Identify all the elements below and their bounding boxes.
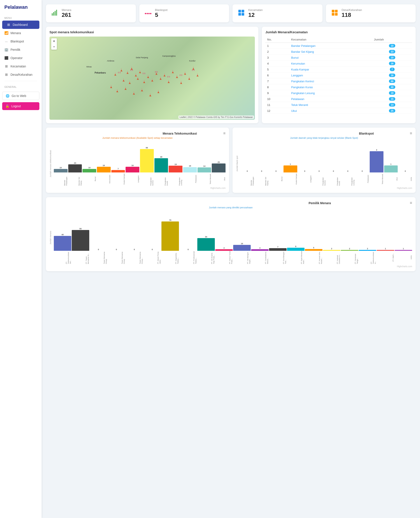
x-label: Pelalawan — [355, 172, 369, 186]
svg-rect-12 — [332, 10, 334, 12]
logout-icon: 🔓 — [6, 104, 9, 108]
sidebar-item-label: Desa/Kelurahan — [10, 73, 32, 76]
chart-pemilik-body: Jumlah menara 4056000079034416478522211 … — [49, 211, 412, 264]
menara-bars: 10231016716664019151425 — [54, 142, 225, 172]
bar — [287, 248, 305, 251]
bar — [169, 166, 182, 172]
sidebar: Pelalawan Menu ⊞ Dashboard 📶 Menara ··· … — [0, 0, 42, 518]
cell-no: 10 — [265, 96, 289, 102]
bar-group: 23 — [68, 161, 82, 172]
bar-value-label: 40 — [61, 233, 64, 236]
cell-jumlah: 25 — [372, 108, 412, 114]
map-container[interactable]: + − 🗼 🗼 🗼 🗼 🗼 🗼 🗼 🗼 🗼 🗼 🗼 🗼 — [49, 37, 255, 120]
goto-web-button[interactable]: 🌐 Go to Web — [2, 92, 39, 100]
cell-jumlah: 7 — [372, 67, 412, 72]
x-label: Tower Bersama Group — [108, 251, 125, 264]
cell-no: 7 — [265, 78, 289, 84]
stat-blankspot-value: 5 — [155, 12, 168, 18]
bar-value-label: 14 — [203, 164, 205, 167]
tower-icon: 🗼 — [132, 91, 136, 95]
tower-icon: 🗼 — [128, 81, 131, 84]
bar-value-label: 79 — [169, 218, 171, 221]
x-label: PT. Tower Bersama Gr... — [72, 251, 89, 264]
signal-icon: ((·)) — [167, 76, 170, 77]
blankspot-icon: ··· — [4, 39, 8, 43]
bar-value-label: 0 — [98, 248, 99, 251]
goto-label: Go to Web — [12, 94, 26, 98]
cell-jumlah: 10 — [372, 43, 412, 49]
bar-group: 0 — [179, 248, 197, 251]
stat-menara-info: Menara 261 — [62, 8, 71, 18]
map-credit: Leaflet | 2022 © Pelalawan Comto-GIS by … — [179, 115, 254, 119]
chart-pemilik-menu[interactable]: ≡ — [410, 201, 412, 205]
x-label: Pangkalan Kuras — [327, 172, 340, 186]
svg-rect-2 — [55, 11, 56, 15]
x-label: Kuala Kampar — [284, 172, 297, 186]
cell-jumlah: 23 — [372, 49, 412, 55]
operator-icon: ⬛ — [4, 56, 8, 60]
stat-kecamatan-info: Kecamatan 12 — [248, 8, 263, 18]
bar-group: 0 — [240, 169, 254, 172]
bar-value-label: 0 — [188, 248, 188, 251]
bar-group: 8 — [287, 244, 305, 251]
general-section-label: General — [0, 83, 42, 90]
tower-icon: 🗼 — [124, 86, 127, 90]
stat-desa-value: 118 — [342, 12, 362, 18]
x-label: PT. Komet Infra Nusan... — [305, 251, 322, 264]
cell-no: 11 — [265, 102, 289, 108]
sidebar-item-kecamatan[interactable]: ⊞ Kecamatan — [0, 62, 42, 70]
zoom-in-button[interactable]: + — [51, 38, 57, 44]
bar — [384, 165, 398, 173]
x-label: Bandar Sei Kijang — [255, 172, 269, 186]
chart-pemilik-header: Pemilik Menara ≡ — [49, 201, 412, 205]
bar-group: 2 — [323, 247, 340, 251]
tower-icon: 🗼 — [171, 70, 175, 73]
bar-value-label: 2 — [367, 247, 368, 250]
bar-value-label: 34 — [205, 235, 207, 238]
chart-pemilik-title: Pemilik Menara — [230, 201, 410, 205]
bar-value-label: 2 — [331, 247, 332, 250]
bar-group: 25 — [212, 160, 225, 172]
logout-button[interactable]: 🔓 Logout — [2, 102, 39, 110]
bar-value-label: 1 — [290, 162, 291, 165]
menara-icon: 📶 — [4, 31, 8, 35]
x-label: Kuala Kampar — [111, 172, 125, 186]
tower-icon: 🗼 — [183, 71, 187, 75]
stat-card-blankspot: Blankspot 5 — [139, 4, 229, 22]
bar-group: 4 — [251, 246, 269, 251]
sidebar-item-blankspot[interactable]: ··· Blankspot — [0, 37, 42, 46]
tower-icon: 🗼 — [122, 78, 125, 82]
sidebar-item-label: Pemilik — [10, 48, 20, 51]
chart-blankspot-menu[interactable]: ≡ — [410, 131, 412, 136]
signal-icon: ((·)) — [118, 71, 121, 73]
bar-group: 1 — [395, 247, 412, 251]
bar-group: 4 — [215, 246, 233, 251]
y-axis-label-menara: Jumlah menara telekomunikasi — [49, 142, 53, 186]
tower-icon: 🗼 — [136, 76, 140, 80]
chart-menara-menu[interactable]: ≡ — [223, 131, 226, 136]
bar-group: 66 — [140, 146, 154, 172]
sidebar-item-menara[interactable]: 📶 Menara — [0, 29, 42, 37]
x-label: Teluk Meranti — [197, 172, 211, 186]
zoom-out-button[interactable]: − — [51, 44, 57, 50]
sidebar-item-desa[interactable]: ⊞ Desa/Kelurahan — [0, 70, 42, 79]
bar-value-label: 4 — [223, 246, 225, 249]
bar-group: 56 — [72, 227, 89, 251]
tower-icon: 🗼 — [138, 70, 142, 73]
bar-value-label: 10 — [88, 166, 90, 169]
map-label-selat: Selat Panjang — [136, 56, 148, 59]
map-label-airderas: Airderas — [107, 60, 114, 62]
sidebar-item-operator[interactable]: ⬛ Operator — [0, 54, 42, 62]
bar-group: 40 — [54, 233, 71, 251]
x-label: Bunut — [269, 172, 283, 186]
bar-value-label: 0 — [304, 169, 305, 172]
sidebar-item-dashboard[interactable]: ⊞ Dashboard — [2, 21, 39, 29]
bar — [82, 169, 96, 172]
x-label: Pangkalan Lesung — [341, 172, 355, 186]
bar-group: 10 — [54, 166, 68, 172]
chart-blankspot-header: Blankspot ≡ — [236, 131, 412, 136]
stat-menara-icon — [51, 9, 58, 18]
svg-rect-13 — [335, 10, 338, 12]
sidebar-item-pemilik[interactable]: 🏢 Pemilik — [0, 46, 42, 54]
x-label: Bandar Sei Kijang — [68, 172, 82, 186]
